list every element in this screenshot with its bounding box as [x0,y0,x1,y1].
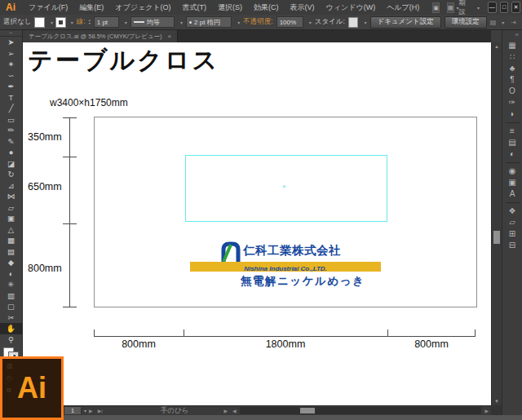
pencil-tool-icon[interactable]: ✎ [0,136,22,148]
symbols-panel-icon[interactable]: ♣ [502,63,522,74]
paintbrush-tool-icon[interactable]: ✏ [0,125,22,136]
symbol-sprayer-tool-icon[interactable]: ✳ [0,279,22,290]
width-tool-icon[interactable]: ⋈ [0,191,22,202]
slice-tool-icon[interactable]: ✂ [0,312,22,324]
artboard-tool-icon[interactable]: ▢ [0,301,22,312]
color-guide-panel-icon[interactable]: ▤ [502,137,522,148]
restore-button[interactable]: □ [500,2,509,13]
selection-tool-icon[interactable]: ➤ [0,37,22,48]
fill-swatch[interactable] [34,17,45,28]
graphic-styles-panel-icon[interactable]: ▣ [502,177,522,188]
transform-panel-icon[interactable]: ⊞ [502,228,522,240]
arrange-documents-icon[interactable]: ▤ [447,2,454,13]
gradient-panel-icon[interactable]: ◗ [502,108,522,120]
document-tab[interactable]: テーブルクロス.ai @ 58.5% (CMYK/プレビュー) × [23,30,178,42]
eyedropper-tool-icon[interactable]: ◆ [0,257,22,268]
brush-definition-dropdown[interactable]: 2 pt 楕円 [186,16,232,28]
current-tool-status: 手のひら [161,406,189,416]
layers-panel-icon[interactable]: ❖ [502,206,522,217]
eraser-tool-icon[interactable]: ◪ [0,158,22,170]
vertical-scroll-thumb[interactable] [493,231,500,244]
style-swatch[interactable] [348,17,359,28]
chevron-down-icon[interactable] [309,20,312,25]
horizontal-scrollbar[interactable] [240,407,482,414]
chevron-down-icon[interactable] [237,20,240,25]
stroke-weight-value[interactable]: 1 pt [94,16,119,28]
panel-menu-icon[interactable]: ▤ [490,19,497,26]
scroll-up-icon[interactable]: ▲ [492,42,502,51]
variable-width-profile-dropdown[interactable]: 均等 [130,16,175,28]
status-expand-icon[interactable]: ▶ [221,408,230,413]
free-transform-tool-icon[interactable]: ▱ [0,202,22,214]
shape-builder-tool-icon[interactable]: ▣ [0,213,22,224]
artboard-canvas[interactable]: テーブルクロス w3400×h1750mm 350mm 650mm 800mm … [23,42,491,405]
line-segment-tool-icon[interactable]: ╱ [0,103,22,114]
direct-selection-tool-icon[interactable]: ➢ [0,48,22,60]
toolbar-grip[interactable]: ▪▪ [0,30,22,37]
pathfinder-panel-icon[interactable]: ⊟ [502,240,522,251]
menu-edit[interactable]: 編集(E) [73,2,109,13]
stroke-panel-icon[interactable]: ≡ [502,126,522,137]
preferences-button[interactable]: 環境設定 [445,16,487,29]
rectangle-tool-icon[interactable]: ▭ [0,114,22,126]
scale-tool-icon[interactable]: ⊿ [0,180,22,192]
opacity-value[interactable]: 100% [276,16,303,28]
appearance-panel-icon[interactable]: ◉ [502,166,522,177]
chevron-down-icon[interactable] [71,20,73,25]
brushes-panel-icon[interactable]: ✑ [502,97,522,108]
menu-object[interactable]: オブジェクト(O) [109,2,176,13]
swatches-panel-icon[interactable]: ∷ [502,51,522,63]
opentype-panel-icon[interactable]: O [502,86,522,97]
close-button[interactable]: ✕ [511,2,520,13]
chevron-down-icon[interactable] [477,5,480,11]
zoom-tool-icon[interactable]: ⚲ [0,334,22,346]
blend-tool-icon[interactable]: ◐ [0,268,22,280]
tab-close-icon[interactable]: × [168,33,172,40]
mesh-tool-icon[interactable]: ▦ [0,235,22,246]
align-panel-icon[interactable]: ▱ [502,217,522,228]
last-artboard-icon[interactable]: ▶| [95,408,105,413]
paragraph-panel-icon[interactable]: ¶ [502,74,522,86]
menu-file[interactable]: ファイル(F) [23,2,73,13]
scroll-right-icon[interactable]: ▶ [482,408,491,413]
bridge-icon[interactable]: ▣ [432,2,440,13]
chevron-down-icon[interactable] [502,20,504,25]
stroke-swatch[interactable] [56,18,65,27]
blob-brush-tool-icon[interactable]: ● [0,147,22,158]
hand-tool-icon[interactable]: ✋ [0,323,22,334]
scroll-left-icon[interactable]: ◀ [230,408,239,413]
perspective-grid-tool-icon[interactable]: △ [0,224,22,236]
nishina-logo-icon [220,241,241,263]
chevron-down-icon[interactable] [51,20,53,25]
minimize-button[interactable]: — [488,2,497,13]
pen-tool-icon[interactable]: ✒ [0,81,22,92]
next-artboard-icon[interactable]: ▶ [86,408,95,413]
menu-type[interactable]: 書式(T) [177,2,213,13]
vertical-scrollbar[interactable]: ▲ ▼ [491,42,502,405]
magic-wand-tool-icon[interactable]: ✶ [0,59,22,70]
artboard-number-field[interactable]: 1 [64,406,82,415]
dock-toggle-icon[interactable]: ⇥ [511,19,516,26]
lasso-tool-icon[interactable]: ∽ [0,70,22,82]
column-graph-tool-icon[interactable]: ▥ [0,290,22,302]
type-tool-icon[interactable]: T [0,92,22,104]
expand-panels-icon[interactable]: « [515,30,522,40]
character-styles-panel-icon[interactable]: A [502,188,522,200]
scroll-down-icon[interactable]: ▼ [492,397,502,405]
artboard-panel-icon[interactable]: ▦ [502,40,522,51]
chevron-down-icon[interactable] [125,20,127,25]
transparency-panel-icon[interactable]: ◐ [502,148,522,160]
menu-view[interactable]: 表示(V) [285,2,321,13]
gradient-tool-icon[interactable]: ▤ [0,246,22,258]
app-logo-icon[interactable]: Ai [6,2,15,13]
menu-select[interactable]: 選択(S) [212,2,248,13]
rotate-tool-icon[interactable]: ↻ [0,169,22,180]
document-setup-button[interactable]: ドキュメント設定 [370,16,441,29]
menu-window[interactable]: ウィンドウ(W) [321,2,382,13]
stroke-weight-stepper[interactable]: ▴▾ [89,19,91,25]
menu-effect[interactable]: 効果(C) [248,2,285,13]
horizontal-scroll-thumb[interactable] [300,408,315,413]
menu-help[interactable]: ヘルプ(H) [381,2,425,13]
chevron-down-icon[interactable] [364,20,366,25]
chevron-down-icon[interactable] [180,20,183,25]
